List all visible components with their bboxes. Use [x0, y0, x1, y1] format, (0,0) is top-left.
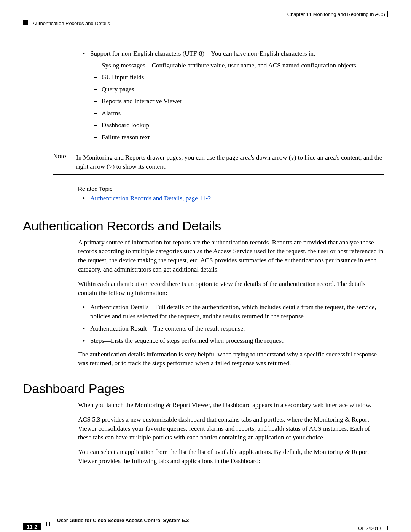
list-item: Authentication Records and Details, page…	[78, 193, 384, 203]
body-paragraph: The authentication details information i…	[78, 350, 384, 368]
list-item: Support for non-English characters (UTF-…	[78, 50, 384, 142]
list-item: GUI input fields	[90, 72, 384, 82]
body-paragraph: When you launch the Monitoring & Report …	[78, 401, 384, 410]
list-item: Reports and Interactive Viewer	[90, 96, 384, 106]
body-paragraph: Within each authentication record there …	[78, 280, 384, 298]
list-item: Syslog messages—Configurable attribute v…	[90, 61, 384, 70]
footer-title: User Guide for Cisco Secure Access Contr…	[57, 518, 189, 523]
list-item: Steps—Lists the sequence of steps perfor…	[78, 336, 384, 345]
feature-list: Support for non-English characters (UTF-…	[78, 50, 384, 142]
note-block: Note In Monitoring and Reports drawer pa…	[53, 150, 384, 175]
header-chapter: Chapter 11 Monitoring and Reporting in A…	[287, 11, 388, 17]
list-text: Support for non-English characters (UTF-…	[90, 50, 315, 57]
page-header: Chapter 11 Monitoring and Reporting in A…	[23, 11, 388, 23]
list-item: Failure reason text	[90, 133, 384, 142]
footer-rule-icon	[49, 522, 50, 526]
footer-page-number: 11-2	[23, 523, 41, 530]
body-paragraph: ACS 5.3 provides a new customizable dash…	[78, 415, 384, 442]
related-topic-link[interactable]: Authentication Records and Details, page…	[90, 195, 211, 202]
list-item: Authentication Details—Full details of t…	[78, 303, 384, 321]
header-square-icon	[23, 20, 28, 25]
list-item: Dashboard lookup	[90, 120, 384, 130]
body-paragraph: A primary source of information for repo…	[78, 238, 384, 274]
header-section-title: Authentication Records and Details	[33, 21, 110, 26]
footer-rule-icon	[46, 522, 47, 526]
footer-doc-id: OL-24201-01	[358, 526, 385, 531]
heading-dashboard-pages: Dashboard Pages	[23, 381, 388, 396]
list-item: Query pages	[90, 85, 384, 94]
related-topic-list: Authentication Records and Details, page…	[78, 193, 384, 203]
note-text: In Monitoring and Reports drawer pages, …	[76, 153, 384, 171]
sub-feature-list: Syslog messages—Configurable attribute v…	[90, 61, 384, 142]
header-rule-icon	[387, 11, 388, 17]
content-area: Support for non-English characters (UTF-…	[23, 50, 388, 466]
list-item: Authentication Result—The contents of th…	[78, 324, 384, 333]
note-label: Note	[53, 153, 76, 171]
related-topic-heading: Related Topic	[78, 185, 384, 192]
footer-rule-icon	[387, 526, 388, 530]
page: Chapter 11 Monitoring and Reporting in A…	[0, 0, 411, 532]
heading-auth-records: Authentication Records and Details	[23, 219, 388, 233]
body-paragraph: You can select an application from the l…	[78, 447, 384, 466]
list-item: Alarms	[90, 109, 384, 118]
auth-details-list: Authentication Details—Full details of t…	[78, 303, 384, 345]
